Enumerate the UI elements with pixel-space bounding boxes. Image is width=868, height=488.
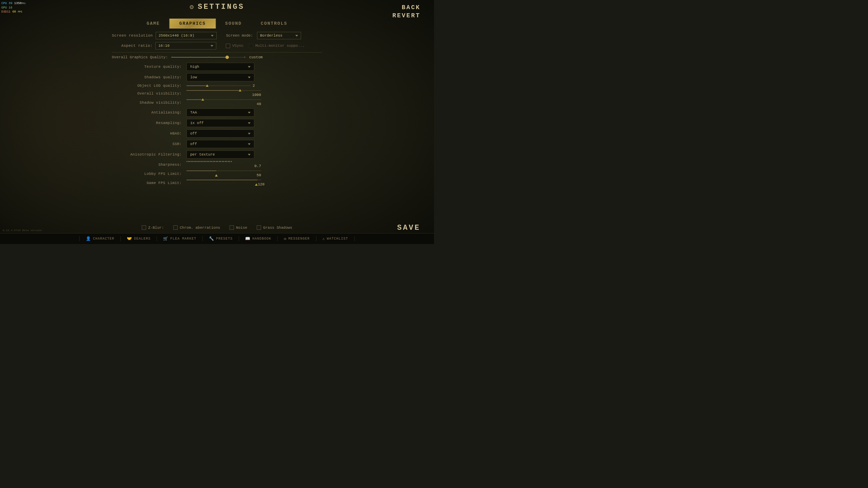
screen-mode-arrow xyxy=(295,35,298,37)
vsync-checkbox[interactable] xyxy=(226,44,230,48)
tab-sound[interactable]: SOUND xyxy=(216,19,251,28)
cpu-value: 39 xyxy=(9,2,13,5)
bottom-navigation: 👤 CHARACTER 🤝 DEALERS 🛒 FLEA MARKET 🔧 PR… xyxy=(0,233,434,244)
lobby-fps-thumb-up[interactable] xyxy=(215,174,218,177)
shadow-vis-label: Shadow visibility: xyxy=(112,101,186,105)
dealers-label: DEALERS xyxy=(134,237,151,241)
vsync-label: VSync xyxy=(232,44,243,48)
resampling-dropdown[interactable]: 1x off xyxy=(186,119,254,127)
sharpness-label: Sharpness: xyxy=(112,163,186,167)
tab-game[interactable]: GAME xyxy=(137,19,169,28)
lod-quality-item: Object LOD quality: 2 xyxy=(112,84,322,88)
nav-dealers[interactable]: 🤝 DEALERS xyxy=(121,236,157,241)
resolution-dropdown[interactable]: 868x488 (16:9) xyxy=(156,32,217,39)
grass-label: Grass Shadows xyxy=(263,226,292,230)
resampling-item: Resampling: 1x off xyxy=(112,119,322,127)
hbao-value: off xyxy=(190,131,197,136)
dealers-icon: 🤝 xyxy=(127,236,132,241)
texture-dropdown[interactable]: high xyxy=(186,63,254,71)
nav-watchlist[interactable]: ⚠ WATCHLIST xyxy=(316,236,355,241)
sharpness-slider[interactable] xyxy=(186,161,261,162)
grass-checkbox[interactable] xyxy=(257,225,261,230)
shadow-vis-slider[interactable] xyxy=(186,99,261,100)
messenger-label: MESSENGER xyxy=(289,237,310,241)
lobby-fps-label: Lobby FPS Limit: xyxy=(112,172,186,176)
ssr-item: SSR: off xyxy=(112,140,322,148)
screen-mode-dropdown[interactable]: Borderless xyxy=(257,32,301,39)
visibility-label: Overall visibility: xyxy=(112,92,186,96)
nav-flea-market[interactable]: 🛒 FLEA MARKET xyxy=(157,236,203,241)
multi-monitor-row: Multi-monitor suppo... xyxy=(249,44,304,48)
flea-icon: 🛒 xyxy=(163,236,169,241)
settings-list: Texture quality: high Shadows quality: l… xyxy=(112,63,322,186)
nav-character[interactable]: 👤 CHARACTER xyxy=(79,236,121,241)
shadow-visibility-item: Shadow visibility: 40 xyxy=(112,99,322,106)
cpu-mhz: 1350 xyxy=(14,2,22,5)
resolution-label: Screen resolution xyxy=(112,34,153,38)
gpu-label: GPU xyxy=(1,6,7,9)
ssr-dropdown[interactable]: off xyxy=(186,140,254,148)
game-fps-slider[interactable] xyxy=(186,180,261,180)
resampling-value: 1x off xyxy=(190,121,204,125)
ssr-arrow xyxy=(248,143,251,145)
visibility-value: 1000 xyxy=(252,93,261,97)
resolution-value: 868x488 (16:9) xyxy=(159,34,195,38)
aspect-label: Aspect ratio: xyxy=(112,44,153,48)
hbao-label: HBAO: xyxy=(112,131,186,136)
zblur-checkbox[interactable] xyxy=(142,225,146,230)
grass-check-item: Grass Shadows xyxy=(257,225,292,230)
save-button[interactable]: SAVE xyxy=(397,224,420,232)
divider-1 xyxy=(112,52,322,53)
hbao-item: HBAO: off xyxy=(112,129,322,138)
lod-label: Object LOD quality: xyxy=(112,84,186,88)
texture-value: high xyxy=(190,65,199,69)
tab-graphics[interactable]: GRAPHICS xyxy=(170,19,216,28)
shadows-dropdown[interactable]: low xyxy=(186,73,254,81)
tab-navigation: GAME GRAPHICS SOUND CONTROLS xyxy=(137,19,297,28)
resampling-arrow xyxy=(248,122,251,124)
screen-resolution-row: Screen resolution 868x488 (16:9) Scree… xyxy=(112,32,322,39)
visibility-item: Overall visibility: 1000 xyxy=(112,90,322,97)
nav-messenger[interactable]: ✉ MESSENGER xyxy=(278,236,316,241)
noise-checkbox[interactable] xyxy=(230,225,234,230)
aniso-dropdown[interactable]: per texture xyxy=(186,150,254,159)
version-text: 0.12.4.6716 Beta version xyxy=(3,229,42,232)
lod-slider[interactable] xyxy=(186,85,251,86)
vsync-row: VSync xyxy=(226,44,243,48)
chrom-check-item: Chrom. aberrations xyxy=(173,225,220,230)
visibility-slider[interactable] xyxy=(186,90,261,91)
aspect-ratio-row: Aspect ratio: 16:10 VSync Multi-monitor … xyxy=(112,42,322,49)
lobby-fps-value: 50 xyxy=(257,173,261,177)
antialiasing-arrow xyxy=(248,112,251,114)
hbao-dropdown[interactable]: off xyxy=(186,129,254,138)
cpu-label: CPU xyxy=(1,2,7,5)
zblur-label: Z-Blur: xyxy=(148,226,164,230)
nav-handbook[interactable]: 📖 HANDBOOK xyxy=(239,236,278,241)
antialiasing-dropdown[interactable]: TAA xyxy=(186,108,254,117)
antialiasing-value: TAA xyxy=(190,110,197,115)
revert-button[interactable]: REVERT xyxy=(392,12,420,19)
back-button[interactable]: BACK xyxy=(402,4,420,11)
character-icon: 👤 xyxy=(86,236,91,241)
texture-quality-item: Texture quality: high xyxy=(112,63,322,71)
multi-monitor-label: Multi-monitor suppo... xyxy=(255,44,304,48)
chrom-checkbox[interactable] xyxy=(173,225,178,230)
shadows-value: low xyxy=(190,75,197,79)
nav-presets[interactable]: 🔧 PRESETS xyxy=(203,236,239,241)
aspect-dropdown[interactable]: 16:10 xyxy=(155,42,216,49)
quality-slider[interactable] xyxy=(171,55,246,60)
game-fps-thumb-up[interactable] xyxy=(255,183,258,186)
d3d-fps: 60 xyxy=(12,10,16,14)
handbook-icon: 📖 xyxy=(245,236,251,241)
tab-controls[interactable]: CONTROLS xyxy=(251,19,297,28)
game-fps-value: 120 xyxy=(258,182,264,186)
lobby-fps-slider[interactable] xyxy=(186,170,261,171)
performance-hud: CPU 39 1350MHz GPU 16 D3D11 60 FPS xyxy=(1,1,26,14)
shadows-quality-item: Shadows quality: low xyxy=(112,73,322,81)
game-fps-item: Game FPS Limit: 120 xyxy=(112,180,322,186)
character-label: CHARACTER xyxy=(93,237,114,241)
watchlist-icon: ⚠ xyxy=(322,236,325,241)
hbao-arrow xyxy=(248,133,251,135)
title-text: SETTINGS xyxy=(198,3,244,11)
screen-mode-value: Borderless xyxy=(260,34,282,38)
